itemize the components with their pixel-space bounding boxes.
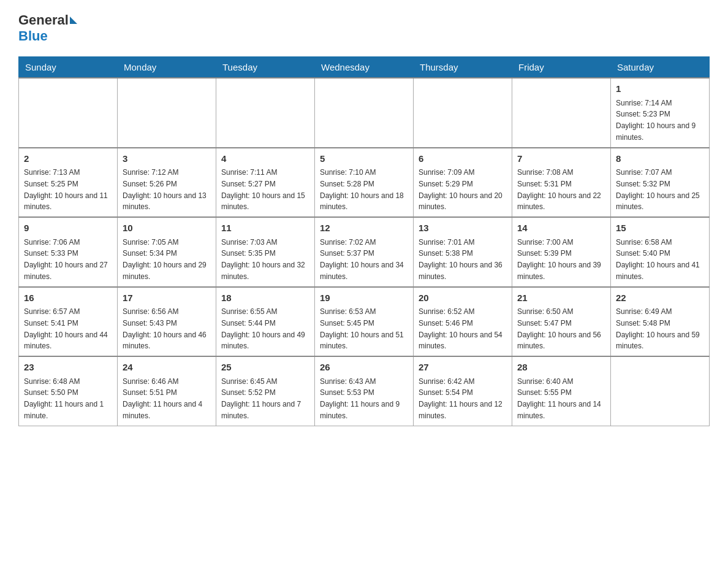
weekday-header-row: SundayMondayTuesdayWednesdayThursdayFrid… (19, 57, 710, 79)
day-info: Sunrise: 6:40 AM Sunset: 5:55 PM Dayligh… (517, 377, 601, 420)
day-info: Sunrise: 7:14 AM Sunset: 5:23 PM Dayligh… (616, 99, 696, 142)
day-number: 24 (123, 361, 211, 375)
day-info: Sunrise: 6:56 AM Sunset: 5:43 PM Dayligh… (123, 307, 207, 350)
day-number: 2 (24, 152, 112, 166)
calendar-cell: 10Sunrise: 7:05 AM Sunset: 5:34 PM Dayli… (118, 217, 216, 287)
calendar-cell: 7Sunrise: 7:08 AM Sunset: 5:31 PM Daylig… (512, 148, 611, 218)
day-info: Sunrise: 7:05 AM Sunset: 5:34 PM Dayligh… (123, 238, 207, 281)
day-info: Sunrise: 6:45 AM Sunset: 5:52 PM Dayligh… (221, 377, 301, 420)
calendar-week-row: 16Sunrise: 6:57 AM Sunset: 5:41 PM Dayli… (19, 287, 710, 357)
day-info: Sunrise: 7:12 AM Sunset: 5:26 PM Dayligh… (123, 168, 207, 211)
weekday-header-friday: Friday (512, 57, 611, 79)
day-number: 27 (419, 361, 507, 375)
logo-arrow-icon (70, 17, 77, 24)
day-number: 11 (221, 221, 309, 236)
day-info: Sunrise: 6:50 AM Sunset: 5:47 PM Dayligh… (517, 307, 601, 350)
day-number: 28 (517, 361, 605, 375)
day-number: 19 (320, 291, 408, 305)
day-number: 26 (320, 361, 408, 375)
day-info: Sunrise: 7:10 AM Sunset: 5:28 PM Dayligh… (320, 168, 404, 211)
calendar-cell: 18Sunrise: 6:55 AM Sunset: 5:44 PM Dayli… (216, 287, 315, 357)
day-number: 23 (24, 361, 112, 375)
calendar-cell: 11Sunrise: 7:03 AM Sunset: 5:35 PM Dayli… (216, 217, 315, 287)
calendar-cell (118, 78, 216, 148)
day-number: 21 (517, 291, 605, 305)
day-info: Sunrise: 6:57 AM Sunset: 5:41 PM Dayligh… (24, 307, 108, 350)
calendar-cell: 20Sunrise: 6:52 AM Sunset: 5:46 PM Dayli… (414, 287, 512, 357)
day-number: 17 (123, 291, 211, 305)
logo-general-text: General (18, 12, 69, 28)
day-number: 8 (616, 152, 704, 166)
day-number: 7 (517, 152, 605, 166)
calendar-cell: 27Sunrise: 6:42 AM Sunset: 5:54 PM Dayli… (414, 356, 512, 426)
calendar-cell (19, 78, 118, 148)
day-number: 9 (24, 221, 112, 236)
day-number: 13 (419, 221, 507, 236)
calendar-cell: 2Sunrise: 7:13 AM Sunset: 5:25 PM Daylig… (19, 148, 118, 218)
day-info: Sunrise: 6:53 AM Sunset: 5:45 PM Dayligh… (320, 307, 404, 350)
day-number: 16 (24, 291, 112, 305)
calendar-cell: 1Sunrise: 7:14 AM Sunset: 5:23 PM Daylig… (611, 78, 710, 148)
day-number: 15 (616, 221, 704, 236)
day-info: Sunrise: 7:13 AM Sunset: 5:25 PM Dayligh… (24, 168, 108, 211)
calendar-cell: 28Sunrise: 6:40 AM Sunset: 5:55 PM Dayli… (512, 356, 611, 426)
day-number: 1 (616, 82, 704, 96)
logo-blue-text: Blue (18, 28, 48, 44)
day-info: Sunrise: 7:01 AM Sunset: 5:38 PM Dayligh… (419, 238, 502, 281)
calendar-cell: 9Sunrise: 7:06 AM Sunset: 5:33 PM Daylig… (19, 217, 118, 287)
calendar-cell (414, 78, 512, 148)
calendar-cell: 15Sunrise: 6:58 AM Sunset: 5:40 PM Dayli… (611, 217, 710, 287)
calendar-cell: 16Sunrise: 6:57 AM Sunset: 5:41 PM Dayli… (19, 287, 118, 357)
calendar-cell: 13Sunrise: 7:01 AM Sunset: 5:38 PM Dayli… (414, 217, 512, 287)
calendar-cell: 26Sunrise: 6:43 AM Sunset: 5:53 PM Dayli… (315, 356, 414, 426)
calendar-week-row: 23Sunrise: 6:48 AM Sunset: 5:50 PM Dayli… (19, 356, 710, 426)
weekday-header-sunday: Sunday (19, 57, 118, 79)
day-info: Sunrise: 7:00 AM Sunset: 5:39 PM Dayligh… (517, 238, 601, 281)
day-number: 14 (517, 221, 605, 236)
calendar-table: SundayMondayTuesdayWednesdayThursdayFrid… (18, 56, 710, 426)
day-info: Sunrise: 6:43 AM Sunset: 5:53 PM Dayligh… (320, 377, 400, 420)
calendar-cell: 5Sunrise: 7:10 AM Sunset: 5:28 PM Daylig… (315, 148, 414, 218)
day-info: Sunrise: 6:58 AM Sunset: 5:40 PM Dayligh… (616, 238, 700, 281)
page-header: General Blue (18, 12, 710, 44)
calendar-cell (512, 78, 611, 148)
calendar-cell (216, 78, 315, 148)
day-number: 5 (320, 152, 408, 166)
calendar-cell: 14Sunrise: 7:00 AM Sunset: 5:39 PM Dayli… (512, 217, 611, 287)
weekday-header-saturday: Saturday (611, 57, 710, 79)
calendar-cell: 12Sunrise: 7:02 AM Sunset: 5:37 PM Dayli… (315, 217, 414, 287)
day-info: Sunrise: 7:02 AM Sunset: 5:37 PM Dayligh… (320, 238, 404, 281)
calendar-week-row: 2Sunrise: 7:13 AM Sunset: 5:25 PM Daylig… (19, 148, 710, 218)
day-number: 20 (419, 291, 507, 305)
day-number: 6 (419, 152, 507, 166)
day-info: Sunrise: 6:52 AM Sunset: 5:46 PM Dayligh… (419, 307, 502, 350)
day-info: Sunrise: 7:03 AM Sunset: 5:35 PM Dayligh… (221, 238, 305, 281)
day-info: Sunrise: 7:07 AM Sunset: 5:32 PM Dayligh… (616, 168, 700, 211)
calendar-cell: 6Sunrise: 7:09 AM Sunset: 5:29 PM Daylig… (414, 148, 512, 218)
day-number: 18 (221, 291, 309, 305)
day-info: Sunrise: 7:06 AM Sunset: 5:33 PM Dayligh… (24, 238, 108, 281)
calendar-cell: 17Sunrise: 6:56 AM Sunset: 5:43 PM Dayli… (118, 287, 216, 357)
day-number: 4 (221, 152, 309, 166)
calendar-cell (611, 356, 710, 426)
day-info: Sunrise: 6:42 AM Sunset: 5:54 PM Dayligh… (419, 377, 502, 420)
day-number: 25 (221, 361, 309, 375)
weekday-header-monday: Monday (118, 57, 216, 79)
calendar-cell: 25Sunrise: 6:45 AM Sunset: 5:52 PM Dayli… (216, 356, 315, 426)
calendar-cell: 21Sunrise: 6:50 AM Sunset: 5:47 PM Dayli… (512, 287, 611, 357)
day-number: 12 (320, 221, 408, 236)
calendar-cell: 24Sunrise: 6:46 AM Sunset: 5:51 PM Dayli… (118, 356, 216, 426)
day-info: Sunrise: 6:48 AM Sunset: 5:50 PM Dayligh… (24, 377, 104, 420)
calendar-cell (315, 78, 414, 148)
calendar-cell: 4Sunrise: 7:11 AM Sunset: 5:27 PM Daylig… (216, 148, 315, 218)
weekday-header-tuesday: Tuesday (216, 57, 315, 79)
calendar-week-row: 1Sunrise: 7:14 AM Sunset: 5:23 PM Daylig… (19, 78, 710, 148)
day-number: 3 (123, 152, 211, 166)
calendar-cell: 3Sunrise: 7:12 AM Sunset: 5:26 PM Daylig… (118, 148, 216, 218)
calendar-cell: 22Sunrise: 6:49 AM Sunset: 5:48 PM Dayli… (611, 287, 710, 357)
day-number: 22 (616, 291, 704, 305)
day-info: Sunrise: 6:49 AM Sunset: 5:48 PM Dayligh… (616, 307, 700, 350)
day-number: 10 (123, 221, 211, 236)
calendar-cell: 23Sunrise: 6:48 AM Sunset: 5:50 PM Dayli… (19, 356, 118, 426)
weekday-header-wednesday: Wednesday (315, 57, 414, 79)
